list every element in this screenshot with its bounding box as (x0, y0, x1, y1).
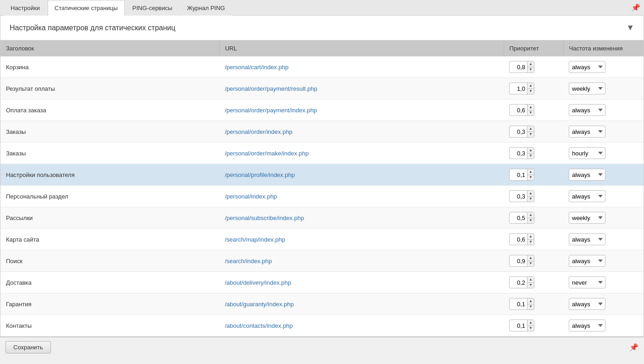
col-header-title: Заголовок (0, 40, 219, 56)
url-link[interactable]: /personal/profile/index.php (225, 171, 295, 178)
spinner-down-button[interactable]: ▼ (527, 304, 534, 310)
spinner-wrap: ▲▼ (527, 212, 534, 223)
freq-select[interactable]: alwayshourlydailyweeklymonthlyyearlyneve… (569, 83, 605, 94)
spinner-up-button[interactable]: ▲ (527, 212, 534, 218)
cell-title: Персональный раздел (0, 186, 219, 207)
freq-select[interactable]: alwayshourlydailyweeklymonthlyyearlyneve… (569, 320, 605, 331)
table-row: Гарантия/about/guaranty/index.php▲▼alway… (0, 293, 644, 315)
spinner-up-button[interactable]: ▲ (527, 255, 534, 261)
cell-title: Заказы (0, 121, 219, 143)
freq-select[interactable]: alwayshourlydailyweeklymonthlyyearlyneve… (569, 61, 605, 73)
priority-input[interactable] (510, 234, 527, 245)
spinner-down-button[interactable]: ▼ (527, 240, 534, 245)
spinner-down-button[interactable]: ▼ (527, 261, 534, 267)
spinner-wrap: ▲▼ (527, 191, 534, 202)
spinner-down-button[interactable]: ▼ (527, 132, 534, 138)
spinner-down-button[interactable]: ▼ (527, 67, 534, 73)
url-link[interactable]: /search/index.php (225, 258, 272, 265)
priority-input[interactable] (510, 212, 527, 223)
cell-freq: alwayshourlydailyweeklymonthlyyearlyneve… (563, 229, 644, 250)
spinner-down-button[interactable]: ▼ (527, 154, 534, 159)
url-link[interactable]: /search/map/index.php (225, 236, 285, 243)
url-link[interactable]: /about/delivery/index.php (225, 279, 291, 286)
tab-ping-journal[interactable]: Журнал PING (180, 0, 232, 16)
cell-priority: ▲▼ (504, 99, 563, 121)
spinner-up-button[interactable]: ▲ (527, 277, 534, 283)
cell-title: Корзина (0, 56, 219, 78)
url-link[interactable]: /personal/subscribe/index.php (225, 215, 304, 221)
spinner-up-button[interactable]: ▲ (527, 320, 534, 326)
freq-select[interactable]: alwayshourlydailyweeklymonthlyyearlyneve… (569, 169, 605, 181)
priority-input[interactable] (510, 320, 527, 331)
freq-select[interactable]: alwayshourlydailyweeklymonthlyyearlyneve… (569, 212, 605, 224)
spinner-up-button[interactable]: ▲ (527, 298, 534, 304)
cell-freq: alwayshourlydailyweeklymonthlyyearlyneve… (563, 121, 644, 143)
freq-select[interactable]: alwayshourlydailyweeklymonthlyyearlyneve… (569, 126, 605, 138)
tab-ping-services[interactable]: PING-сервисы (126, 0, 179, 16)
cell-url: /personal/subscribe/index.php (219, 207, 504, 229)
priority-input[interactable] (510, 255, 527, 266)
spinner-wrap: ▲▼ (527, 61, 534, 72)
priority-input[interactable] (510, 105, 527, 116)
cell-url: /personal/order/payment/result.php (219, 78, 504, 99)
url-link[interactable]: /personal/order/payment/index.php (225, 107, 317, 114)
tab-static-pages[interactable]: Статические страницы (48, 0, 125, 16)
section-title: Настройка параметров для статических стр… (10, 24, 175, 32)
priority-input[interactable] (510, 298, 527, 309)
cell-url: /personal/order/payment/index.php (219, 99, 504, 121)
cell-priority: ▲▼ (504, 229, 563, 250)
spinner-up-button[interactable]: ▲ (527, 169, 534, 175)
table-row: Поиск/search/index.php▲▼alwayshourlydail… (0, 250, 644, 272)
priority-input[interactable] (510, 191, 527, 202)
url-link[interactable]: /about/guaranty/index.php (225, 301, 294, 308)
priority-input[interactable] (510, 83, 527, 94)
chevron-down-icon[interactable]: ▼ (626, 23, 634, 33)
spinner-down-button[interactable]: ▼ (527, 218, 534, 224)
col-header-priority: Приоритет (504, 40, 563, 56)
freq-select[interactable]: alwayshourlydailyweeklymonthlyyearlyneve… (569, 298, 605, 310)
cell-priority: ▲▼ (504, 56, 563, 78)
save-button[interactable]: Сохранить (6, 341, 51, 353)
priority-input[interactable] (510, 277, 527, 288)
priority-input[interactable] (510, 148, 527, 159)
url-link[interactable]: /personal/order/index.php (225, 128, 292, 135)
url-link[interactable]: /personal/cart/index.php (225, 64, 289, 71)
freq-select[interactable]: alwayshourlydailyweeklymonthlyyearlyneve… (569, 233, 605, 245)
table-row: Контакты/about/contacts/index.php▲▼alway… (0, 315, 644, 336)
table-row: Настройки пользователя/personal/profile/… (0, 164, 644, 186)
priority-input[interactable] (510, 126, 527, 137)
freq-select[interactable]: alwayshourlydailyweeklymonthlyyearlyneve… (569, 190, 605, 202)
url-link[interactable]: /personal/order/payment/result.php (225, 85, 317, 92)
url-link[interactable]: /personal/order/make/index.php (225, 150, 309, 157)
cell-freq: alwayshourlydailyweeklymonthlyyearlyneve… (563, 99, 644, 121)
freq-select[interactable]: alwayshourlydailyweeklymonthlyyearlyneve… (569, 104, 605, 116)
spinner-down-button[interactable]: ▼ (527, 326, 534, 331)
freq-select[interactable]: alwayshourlydailyweeklymonthlyyearlyneve… (569, 147, 605, 159)
spinner-up-button[interactable]: ▲ (527, 148, 534, 154)
cell-priority: ▲▼ (504, 315, 563, 336)
cell-priority: ▲▼ (504, 121, 563, 143)
priority-input[interactable] (510, 169, 527, 180)
url-link[interactable]: /personal/index.php (225, 193, 277, 200)
spinner-wrap: ▲▼ (527, 83, 534, 94)
freq-select[interactable]: alwayshourlydailyweeklymonthlyyearlyneve… (569, 276, 605, 288)
tabs-bar: НастройкиСтатические страницыPING-сервис… (0, 0, 644, 16)
priority-input-wrap: ▲▼ (509, 126, 534, 138)
spinner-up-button[interactable]: ▲ (527, 83, 534, 89)
spinner-up-button[interactable]: ▲ (527, 61, 534, 67)
cell-freq: alwayshourlydailyweeklymonthlyyearlyneve… (563, 78, 644, 99)
priority-input[interactable] (510, 61, 527, 72)
spinner-up-button[interactable]: ▲ (527, 105, 534, 110)
spinner-down-button[interactable]: ▼ (527, 283, 534, 288)
spinner-up-button[interactable]: ▲ (527, 191, 534, 197)
spinner-down-button[interactable]: ▼ (527, 197, 534, 202)
spinner-down-button[interactable]: ▼ (527, 110, 534, 116)
freq-select[interactable]: alwayshourlydailyweeklymonthlyyearlyneve… (569, 255, 605, 267)
url-link[interactable]: /about/contacts/index.php (225, 322, 293, 329)
spinner-down-button[interactable]: ▼ (527, 175, 534, 181)
spinner-down-button[interactable]: ▼ (527, 89, 534, 94)
tab-settings[interactable]: Настройки (4, 0, 47, 16)
spinner-up-button[interactable]: ▲ (527, 126, 534, 132)
spinner-up-button[interactable]: ▲ (527, 234, 534, 240)
cell-priority: ▲▼ (504, 186, 563, 207)
